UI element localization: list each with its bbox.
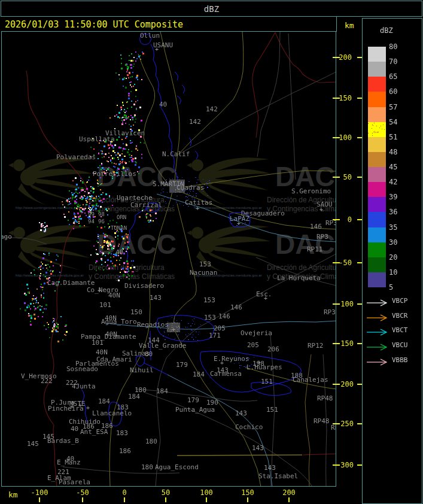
- colorbar-speckle: [378, 132, 379, 132]
- map-place-label: 180: [141, 464, 153, 470]
- colorbar-tick-label: 51: [389, 133, 409, 141]
- map-place-label: 153: [204, 315, 216, 321]
- colorbar-swatch: [368, 257, 386, 272]
- map-place-label: Ugarteche: [117, 195, 153, 201]
- colorbar-swatch: [368, 182, 386, 197]
- map-place-label: RP4: [331, 425, 336, 431]
- y-axis-tick: [357, 57, 362, 58]
- map-place-label: 145: [27, 441, 39, 447]
- station-marker-icon: +: [319, 208, 323, 212]
- map-place-label: 40: [159, 102, 167, 108]
- y-axis-tick: [357, 98, 362, 99]
- colorbar-tick-label: 42: [389, 178, 409, 186]
- map-place-label: 142: [206, 107, 218, 113]
- station-marker-icon: +: [70, 405, 74, 409]
- x-axis-tick: [165, 497, 166, 502]
- colorbar-speckle: [372, 133, 373, 133]
- map-place-label: 184: [193, 372, 205, 378]
- vector-legend-label: VBCP: [392, 297, 408, 305]
- map-place-label: Llancanelo: [92, 411, 132, 417]
- radar-echo-layer: [2, 32, 336, 486]
- map-place-label: 151: [261, 379, 273, 385]
- map-place-label: 142: [189, 119, 201, 125]
- map-place-label: Pampa_Diamante: [81, 334, 136, 340]
- colorbar-tick-label: 20: [389, 254, 409, 261]
- map-place-label: 171: [209, 333, 221, 339]
- station-marker-icon: +: [196, 207, 199, 211]
- timestamp-label: 2026/01/03 11:50:00 UTC Composite: [5, 19, 183, 30]
- map-place-label: Carrizal: [130, 202, 162, 208]
- colorbar-swatch: [368, 212, 386, 227]
- colorbar-tick-label: 70: [389, 58, 409, 65]
- map-place-label: 179: [187, 397, 199, 403]
- colorbar-tick-label: 39: [389, 193, 409, 201]
- map-place-label: 206: [267, 347, 279, 353]
- map-place-label: 151: [266, 407, 278, 413]
- y-axis-tick: [357, 384, 362, 385]
- colorbar-speckle: [376, 126, 377, 126]
- map-place-label: 205: [214, 326, 226, 332]
- x-axis-tick: [39, 497, 40, 502]
- map-place-label: Uspallata: [79, 136, 115, 142]
- radar-map-panel[interactable]: DACCDirección de Agriculturay Contingenc…: [1, 31, 336, 487]
- map-place-label: Punta_Agua: [175, 407, 215, 413]
- y-axis-tick: [357, 423, 362, 424]
- y-axis-tick: [333, 98, 340, 99]
- colorbar-speckle: [376, 132, 376, 133]
- map-place-label: Agua_Toro: [101, 319, 137, 325]
- y-axis-tick: [357, 177, 362, 178]
- map-place-label: Ovejeria: [241, 330, 272, 336]
- vector-arrow-icon: [366, 312, 392, 320]
- map-place-label: 183: [117, 405, 129, 411]
- station-marker-icon: +: [78, 403, 82, 408]
- map-place-label: 222: [41, 378, 53, 384]
- map-place-label: 94: [88, 219, 95, 224]
- map-place-label: 80: [145, 351, 153, 357]
- x-axis-tick-label: -100: [26, 489, 53, 496]
- y-axis-tick: [333, 343, 340, 344]
- x-axis-unit-label: km: [8, 490, 18, 499]
- map-place-label: Regadios: [137, 322, 169, 328]
- y-axis-tick: [357, 464, 362, 466]
- colorbar-speckle: [383, 125, 384, 125]
- colorbar-speckle: [368, 123, 369, 124]
- station-marker-icon: +: [155, 47, 159, 52]
- colorbar-tick-label: 60: [389, 88, 409, 95]
- colorbar-speckle: [384, 129, 385, 130]
- map-place-label: Divisadero: [124, 283, 164, 289]
- map-place-label: Sosneado: [66, 366, 98, 372]
- map-place-label: Cochico: [235, 424, 263, 430]
- colorbar-swatch: [368, 77, 386, 92]
- map-place-label: Nihuil: [130, 368, 154, 374]
- colorbar-swatch: [368, 92, 386, 107]
- map-place-label: Chihuido: [69, 419, 101, 425]
- colorbar-swatch: [368, 122, 386, 137]
- x-axis-tick-label: 200: [276, 489, 302, 496]
- map-place-label: Ant_ESA: [80, 429, 108, 435]
- colorbar-tick-label: 36: [389, 208, 409, 215]
- colorbar-swatch: [368, 152, 386, 167]
- y-axis-tick: [357, 343, 362, 344]
- map-place-label: E.Reyunos: [214, 356, 249, 362]
- colorbar-title: dBZ: [380, 26, 393, 35]
- colorbar-tick-label: 35: [389, 224, 409, 231]
- y-axis-unit-label: km: [345, 21, 354, 30]
- colorbar-swatch: [368, 272, 386, 287]
- x-axis-tick: [124, 497, 125, 502]
- map-place-label: 96: [98, 219, 105, 224]
- colorbar-tick-label: 45: [389, 163, 409, 171]
- colorbar-tick-label: 80: [389, 43, 409, 50]
- colorbar-tick-label: 10: [389, 269, 409, 276]
- map-place-label: 183: [116, 430, 128, 436]
- map-place-label: N.Calif: [162, 151, 190, 157]
- map-place-label: TUNAN: [111, 226, 127, 230]
- x-axis-tick: [82, 497, 83, 502]
- y-axis-tick: [333, 262, 340, 263]
- map-place-label: Bardas_B: [47, 438, 79, 444]
- map-place-label: RP12: [308, 343, 324, 349]
- y-axis-tick: [357, 137, 362, 138]
- y-axis-tick: [333, 384, 340, 385]
- map-place-label: 40: [66, 456, 74, 462]
- map-place-label: RP3: [324, 309, 336, 315]
- colorbar-swatch: [368, 197, 386, 212]
